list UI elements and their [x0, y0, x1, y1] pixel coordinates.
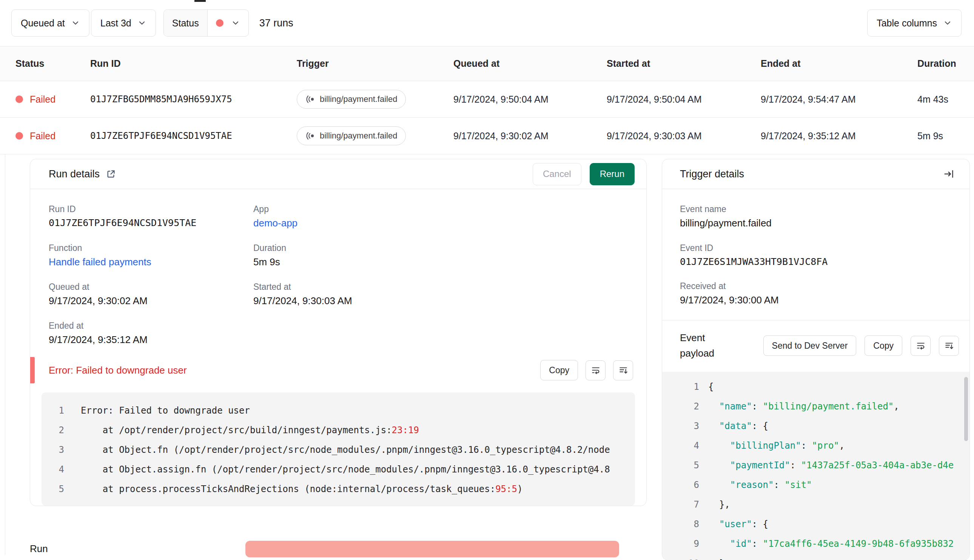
status-text: Failed	[30, 94, 55, 105]
column-header-status: Status	[15, 58, 90, 69]
error-actions: Copy	[540, 360, 633, 380]
event-name-field: Event name billing/payment.failed	[680, 204, 952, 229]
run-details-actions: Cancel Rerun	[533, 163, 635, 185]
received-at-field: Received at 9/17/2024, 9:30:00 AM	[680, 281, 952, 306]
status-dot	[216, 19, 223, 27]
chevron-down-icon	[943, 18, 952, 28]
column-header-started-at: Started at	[607, 58, 761, 69]
cancel-button[interactable]: Cancel	[533, 163, 581, 185]
ended-at-field: Ended at 9/17/2024, 9:35:12 AM	[49, 321, 254, 346]
field-value: 9/17/2024, 9:30:03 AM	[254, 295, 628, 307]
run-timeline-row: Run	[30, 541, 647, 557]
run-id-cell: 01J7ZE6TPJF6E94NCSD1V95TAE	[90, 130, 297, 141]
ended-at-cell: 9/17/2024, 9:35:12 AM	[761, 130, 917, 142]
field-value: 9/17/2024, 9:35:12 AM	[49, 334, 254, 346]
runs-table: Status Run ID Trigger Queued at Started …	[0, 47, 974, 154]
column-header-duration: Duration	[917, 58, 974, 69]
status-cell: Failed	[15, 130, 90, 142]
column-header-trigger: Trigger	[297, 58, 454, 69]
run-details-column: Run details Cancel Rerun Run ID 01J7ZE6T…	[30, 159, 647, 555]
table-columns-label: Table columns	[877, 18, 937, 29]
field-label: Function	[49, 243, 254, 253]
runs-page: Queued at Last 3d Status 37 runs Table c…	[0, 0, 974, 560]
field-label: Duration	[254, 243, 628, 253]
column-header-queued-at: Queued at	[454, 58, 607, 69]
function-link[interactable]: Handle failed payments	[49, 256, 152, 268]
field-value: 01J7ZE6TPJF6E94NCSD1V95TAE	[49, 217, 254, 228]
empty-field	[254, 321, 628, 346]
column-header-run-id: Run ID	[90, 58, 297, 69]
app-link[interactable]: demo-app	[254, 217, 297, 229]
duration-field: Duration 5m 9s	[254, 243, 628, 268]
filter-bar: Queued at Last 3d Status 37 runs Table c…	[0, 0, 974, 47]
started-at-cell: 9/17/2024, 9:50:04 AM	[607, 94, 761, 105]
field-value: 9/17/2024, 9:30:00 AM	[680, 294, 952, 306]
error-section: Error: Failed to downgrade user Copy 1Er…	[30, 357, 646, 506]
time-range-filter-button[interactable]: Last 3d	[91, 10, 156, 37]
queued-at-filter-label: Queued at	[21, 18, 65, 29]
field-value: 01J7ZE6S1MJWA33HT9B1VJC8FA	[680, 256, 952, 267]
ended-at-cell: 9/17/2024, 9:54:47 AM	[761, 94, 917, 105]
collapse-panel-button[interactable]	[939, 164, 959, 184]
chevron-down-icon	[231, 18, 240, 28]
trigger-details-fields: Event name billing/payment.failed Event …	[662, 189, 969, 306]
status-filter-label: Status	[164, 10, 208, 36]
field-label: Event ID	[680, 243, 952, 253]
field-label: Started at	[254, 282, 628, 292]
event-payload-section: Event payload Send to Dev Server Copy	[662, 320, 969, 560]
field-value: 9/17/2024, 9:30:02 AM	[49, 295, 254, 307]
event-payload-title: Event payload	[680, 330, 733, 361]
status-cell: Failed	[15, 94, 90, 105]
trigger-cell: billing/payment.failed	[297, 90, 454, 109]
table-row[interactable]: Failed 01J7ZFBG5DMM85MJA9H659JX75 billin…	[0, 81, 974, 118]
run-timeline-label: Run	[30, 541, 48, 555]
field-label: Ended at	[49, 321, 254, 331]
rerun-button[interactable]: Rerun	[590, 163, 635, 185]
trigger-details-title: Trigger details	[680, 168, 744, 180]
table-header-row: Status Run ID Trigger Queued at Started …	[0, 47, 974, 81]
table-row[interactable]: Failed 01J7ZE6TPJF6E94NCSD1V95TAE billin…	[0, 118, 974, 154]
scroll-bottom-icon	[619, 365, 628, 375]
field-label: App	[254, 204, 628, 214]
wrap-text-icon	[916, 341, 926, 350]
copy-error-button[interactable]: Copy	[540, 360, 578, 380]
time-range-filter-label: Last 3d	[100, 18, 132, 29]
trigger-details-panel: Trigger details Event name billing/payme…	[662, 159, 970, 560]
table-columns-button[interactable]: Table columns	[867, 10, 962, 37]
copy-payload-button[interactable]: Copy	[864, 335, 902, 356]
error-title: Error: Failed to downgrade user	[49, 365, 187, 376]
run-timeline-bar[interactable]	[245, 541, 619, 557]
event-id-field: Event ID 01J7ZE6S1MJWA33HT9B1VJC8FA	[680, 243, 952, 267]
top-scroll-indicator	[194, 0, 206, 2]
external-link-icon[interactable]	[106, 169, 116, 179]
collapse-panel-icon	[944, 168, 955, 180]
queued-at-cell: 9/17/2024, 9:30:02 AM	[454, 130, 607, 142]
wrap-text-button[interactable]	[585, 360, 605, 380]
queued-at-filter-button[interactable]: Queued at	[11, 10, 90, 37]
field-label: Run ID	[49, 204, 254, 214]
field-label: Event name	[680, 204, 952, 214]
wrap-text-button[interactable]	[911, 336, 931, 356]
app-field: App demo-app	[254, 204, 628, 229]
status-text: Failed	[30, 130, 55, 142]
scroll-bottom-button[interactable]	[939, 336, 959, 356]
duration-cell: 4m 43s	[917, 94, 974, 105]
status-filter-control[interactable]: Status	[163, 10, 249, 37]
field-value: billing/payment.failed	[680, 217, 952, 229]
trigger-pill[interactable]: billing/payment.failed	[297, 90, 406, 109]
stack-trace-code: 1Error: Failed to downgrade user2 at /op…	[42, 392, 635, 506]
scroll-bottom-button[interactable]	[613, 360, 633, 380]
scrollbar-thumb[interactable]	[964, 377, 968, 441]
scroll-bottom-icon	[944, 341, 954, 350]
send-to-dev-server-button[interactable]: Send to Dev Server	[763, 335, 857, 356]
column-header-ended-at: Ended at	[761, 58, 917, 69]
field-label: Queued at	[49, 282, 254, 292]
trigger-pill[interactable]: billing/payment.failed	[297, 127, 406, 145]
event-payload-code: 1{2 "name": "billing/payment.failed",3 "…	[662, 372, 969, 560]
event-payload-actions: Send to Dev Server Copy	[763, 335, 959, 356]
trigger-cell: billing/payment.failed	[297, 127, 454, 145]
event-icon	[305, 94, 315, 104]
status-dot	[15, 132, 23, 140]
wrap-text-icon	[591, 365, 600, 375]
status-filter-value[interactable]	[208, 10, 249, 36]
